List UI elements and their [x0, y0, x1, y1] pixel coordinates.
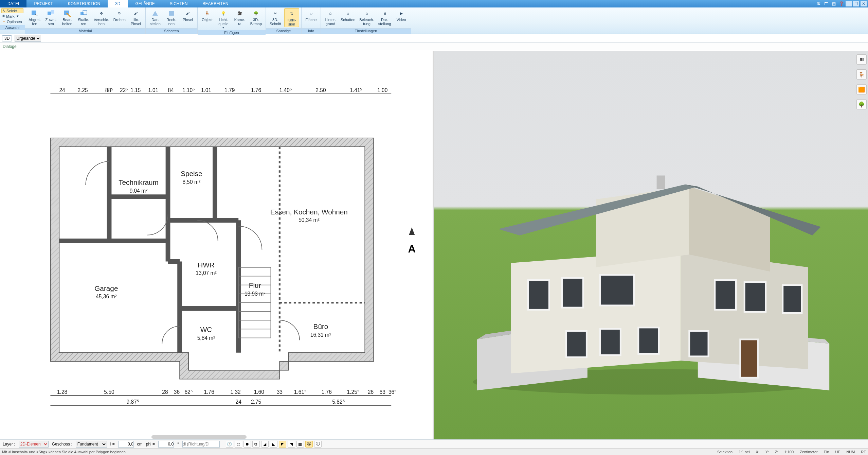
svg-text:1.25⁵: 1.25⁵ — [347, 389, 359, 395]
help-icon[interactable]: ❓ — [838, 1, 844, 6]
svg-text:Flur: Flur — [249, 281, 261, 289]
svg-text:36⁵: 36⁵ — [388, 389, 396, 395]
tab-3d[interactable]: 3D — [108, 0, 128, 7]
hintergrund-button[interactable]: ⌂Hinter- grund — [323, 8, 338, 27]
tab-datei[interactable]: DATEI — [0, 0, 26, 7]
l-label: l = — [110, 442, 115, 447]
svg-rect-103 — [740, 339, 758, 378]
geschoss-select[interactable]: Fundament — [76, 441, 107, 448]
north-icon[interactable]: Ⓝ — [305, 441, 313, 448]
record-icon[interactable]: ⏺ — [243, 441, 251, 448]
svg-rect-6 — [169, 11, 174, 16]
tab-sichten[interactable]: SICHTEN — [162, 0, 195, 7]
material-tool[interactable]: 🟧 — [856, 84, 867, 94]
clock-icon[interactable]: 🕑 — [226, 441, 233, 448]
darstellen-button[interactable]: Dar- stellen — [148, 8, 163, 27]
3dbitmap-button[interactable]: 🌳3D- Bitmap — [249, 8, 264, 27]
tree-tool[interactable]: 🌳 — [856, 99, 867, 109]
svg-rect-102 — [689, 331, 708, 356]
grid-icon[interactable]: ▦ — [296, 441, 304, 448]
play-icon: ▶ — [397, 9, 406, 18]
layers-tool[interactable]: ≋ — [856, 54, 867, 65]
verschieben-button[interactable]: ✥Verschie- ben — [92, 8, 111, 27]
dl-input[interactable] — [182, 441, 220, 448]
copy-icon[interactable]: ⧉ — [252, 441, 260, 448]
unit-deg: ° — [177, 442, 179, 447]
maximize-button[interactable]: ☐ — [853, 1, 859, 6]
furniture-tool[interactable]: 🪑 — [856, 69, 867, 80]
svg-text:26: 26 — [368, 389, 374, 395]
svg-rect-104 — [656, 176, 665, 189]
zuweisen-button[interactable]: Zuwei- sen — [43, 8, 58, 27]
area-icon: ▱ — [306, 9, 316, 18]
svg-text:1.15: 1.15 — [130, 87, 141, 93]
svg-text:Technikraum: Technikraum — [119, 178, 159, 186]
focal-icon[interactable]: ◎ — [235, 441, 242, 448]
lichtquelle-button[interactable]: 💡Licht- quelle▾ — [216, 8, 231, 30]
schatten-button[interactable]: ⌂Schatten — [339, 8, 357, 22]
layers-icon[interactable]: ▤ — [831, 1, 837, 6]
window-icon[interactable]: 🗔 — [823, 1, 829, 6]
shade2-icon[interactable]: ◣ — [270, 441, 277, 448]
svg-text:36: 36 — [174, 389, 180, 395]
status-z: Z: — [775, 450, 778, 454]
video-button[interactable]: ▶Video — [394, 8, 409, 22]
ribbon-group-einfuegen: 🪑Objekt 💡Licht- quelle▾ 🎥Kame- ra 🌳3D- B… — [198, 7, 266, 34]
layer-select[interactable]: 2D-Elemen — [19, 441, 49, 448]
skalieren-button[interactable]: Skalie- ren — [76, 8, 91, 27]
minimize-button[interactable]: – — [846, 1, 852, 6]
svg-text:16,31 m²: 16,31 m² — [310, 332, 331, 338]
group-label-sonstige: Sonstige — [266, 28, 301, 34]
flaeche-button[interactable]: ▱Fläche — [304, 8, 319, 22]
monitor-icon: 🖥 — [380, 9, 390, 18]
darstellung-button[interactable]: 🖥Dar- stellung — [377, 8, 393, 27]
tools-icon[interactable]: 🛠 — [816, 1, 822, 6]
horizontal-scrollbar[interactable] — [151, 435, 247, 439]
info-icon[interactable]: ⓘ — [314, 441, 322, 448]
bearbeiten-button[interactable]: Bear- beiten — [60, 8, 75, 27]
shade4-icon[interactable]: ◥ — [288, 441, 295, 448]
property-bar: Layer : 2D-Elemen Geschoss : Fundament l… — [0, 439, 868, 448]
terrain-select[interactable]: Urgelände — [15, 35, 41, 42]
svg-text:22⁵: 22⁵ — [120, 87, 128, 93]
kamera-button[interactable]: 🎥Kame- ra — [232, 8, 247, 27]
svg-rect-97 — [744, 282, 765, 312]
svg-text:1.01: 1.01 — [201, 87, 211, 93]
drehen-button[interactable]: ⟳Drehen — [112, 8, 127, 22]
beleuchtung-button[interactable]: ⌂Beleuch- tung — [358, 8, 375, 27]
3dschnitt-button[interactable]: ✂3D- Schnitt — [268, 8, 283, 27]
status-selektion: Selektion — [717, 450, 733, 454]
ribbon-group-sonstige: ✂3D- Schnitt ⇅Kolli- sion Sonstige — [266, 7, 302, 34]
selekt-button[interactable]: ↖ Selekt — [1, 8, 23, 13]
ribbon-group-auswahl: ↖ Selekt ✶ Mark. ▾ ＋ Optionen Auswahl — [0, 7, 25, 34]
mark-icon: ✶ — [2, 14, 5, 18]
svg-text:Speise: Speise — [181, 170, 202, 177]
tab-konstruktion[interactable]: KONSTRUKTION — [60, 0, 108, 7]
svg-text:50,34 m²: 50,34 m² — [299, 217, 319, 223]
optionen-button[interactable]: ＋ Optionen — [1, 19, 23, 24]
phi-input[interactable] — [158, 441, 174, 448]
svg-text:28: 28 — [162, 389, 168, 395]
shade3-icon[interactable]: ◤ — [279, 441, 286, 448]
shade1-icon[interactable]: ◢ — [261, 441, 269, 448]
tab-projekt[interactable]: PROJEKT — [26, 0, 60, 7]
svg-text:33: 33 — [277, 389, 283, 395]
pinsel-button[interactable]: 🖌Pinsel — [180, 8, 195, 22]
l-input[interactable] — [118, 441, 134, 448]
hinpinsel-button[interactable]: 🖌Hin. Pinsel — [128, 8, 143, 27]
kollision-button[interactable]: ⇅Kolli- sion — [284, 8, 299, 27]
view-2d[interactable]: Technikraum 9,04 m² Speise 8,50 m² Essen… — [0, 51, 434, 439]
ribbon-group-schatten: Dar- stellen Rech- nen 🖌Pinsel Schatten — [146, 7, 198, 34]
rechnen-button[interactable]: Rech- nen — [164, 8, 179, 27]
objekt-button[interactable]: 🪑Objekt — [200, 8, 215, 22]
svg-text:2.25: 2.25 — [77, 87, 88, 93]
close-button[interactable]: ✕ — [861, 1, 867, 6]
tab-bearbeiten[interactable]: BEARBEITEN — [195, 0, 236, 7]
abgreifen-button[interactable]: Abgrei- fen — [27, 8, 42, 27]
svg-rect-2 — [51, 10, 54, 14]
status-scale: 1:100 — [784, 450, 794, 454]
tab-gelaende[interactable]: GELÄNDE — [128, 0, 162, 7]
phi-label: phi = — [146, 442, 155, 447]
view-3d[interactable]: ≋ 🪑 🟧 🌳 — [434, 51, 868, 439]
mark-button[interactable]: ✶ Mark. ▾ — [1, 14, 23, 18]
